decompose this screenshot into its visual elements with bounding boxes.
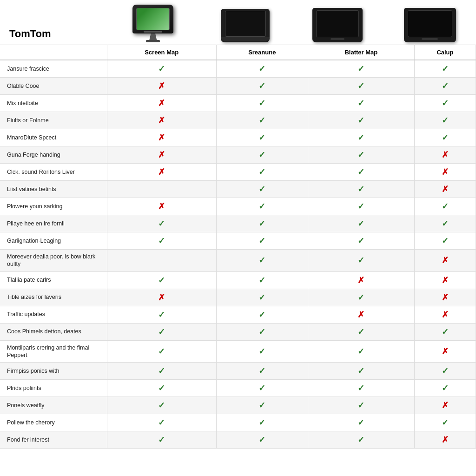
cell-calup: ✗ (414, 397, 476, 414)
table-row: Tible aizes for laveris✗✓✓✗ (0, 289, 476, 306)
cell-screen_map (107, 181, 216, 198)
check-icon: ✓ (357, 219, 364, 228)
check-icon: ✓ (442, 116, 449, 125)
feature-cell: Ponels weatfly (0, 397, 107, 414)
feature-cell: Coos Phimels detton, deates (0, 323, 107, 340)
cross-icon: ✗ (442, 310, 449, 319)
check-icon: ✓ (442, 236, 449, 245)
table-row: MnaroDlute Spcect✗✓✓✓ (0, 129, 476, 146)
header: TomTom (0, 0, 476, 45)
cell-calup: ✓ (414, 363, 476, 380)
cross-icon: ✗ (442, 150, 449, 159)
cross-icon: ✗ (158, 81, 165, 91)
check-icon: ✓ (258, 99, 265, 108)
cross-icon: ✗ (357, 310, 364, 319)
feature-cell: Olable Cooe (0, 78, 107, 95)
cell-sreanune: ✓ (216, 198, 308, 215)
check-icon: ✓ (258, 383, 265, 393)
cell-screen_map: ✗ (107, 164, 216, 181)
cell-sreanune: ✓ (216, 340, 308, 363)
cell-screen_map: ✓ (107, 60, 216, 78)
feature-cell: Firmpiss ponics with (0, 363, 107, 380)
brand-area: TomTom (0, 23, 107, 45)
check-icon: ✓ (258, 276, 265, 285)
table-row: Firmpiss ponics with✓✓✓✓ (0, 363, 476, 380)
table-row: Mix ntetloite✗✓✓✓ (0, 95, 476, 112)
cell-blatter_map: ✓ (308, 198, 414, 215)
feature-cell: Gariignation-Leaging (0, 232, 107, 250)
check-icon: ✓ (258, 327, 265, 337)
table-row: Ponels weatfly✓✓✓✗ (0, 397, 476, 414)
check-icon: ✓ (357, 99, 364, 108)
check-icon: ✓ (357, 435, 364, 444)
cell-blatter_map: ✓ (308, 232, 414, 250)
check-icon: ✓ (258, 256, 265, 265)
check-icon: ✓ (258, 133, 265, 142)
cell-calup: ✗ (414, 271, 476, 289)
feature-cell: Mix ntetloite (0, 95, 107, 112)
cell-blatter_map: ✓ (308, 60, 414, 78)
check-icon: ✓ (258, 310, 265, 319)
cell-screen_map: ✓ (107, 306, 216, 323)
cell-screen_map: ✗ (107, 95, 216, 112)
check-icon: ✓ (158, 236, 165, 245)
check-icon: ✓ (357, 116, 364, 125)
cross-icon: ✗ (357, 276, 364, 285)
cross-icon: ✗ (158, 167, 165, 177)
col-header-sreanune: Sreanune (216, 45, 308, 60)
cell-blatter_map: ✗ (308, 306, 414, 323)
cell-calup: ✓ (414, 129, 476, 146)
cell-blatter_map: ✓ (308, 129, 414, 146)
cell-screen_map (107, 250, 216, 272)
cell-calup: ✗ (414, 146, 476, 164)
check-icon: ✓ (258, 64, 265, 73)
cross-icon: ✗ (158, 293, 165, 302)
cell-blatter_map: ✓ (308, 215, 414, 232)
feature-cell: Tlallia pate carlrs (0, 271, 107, 289)
check-icon: ✓ (442, 219, 449, 228)
cell-screen_map: ✓ (107, 363, 216, 380)
cross-icon: ✗ (158, 116, 165, 125)
check-icon: ✓ (357, 133, 364, 142)
cell-sreanune: ✓ (216, 60, 308, 78)
table-row: Pollew the cherory✓✓✓✓ (0, 414, 476, 431)
check-icon: ✓ (258, 435, 265, 444)
device-col-3 (291, 5, 384, 45)
cell-sreanune: ✓ (216, 232, 308, 250)
table-row: Clck. sound Roritons Liver✗✓✓✗ (0, 164, 476, 181)
cell-screen_map: ✓ (107, 397, 216, 414)
table-row: Traffic updates✓✓✗✗ (0, 306, 476, 323)
cell-screen_map: ✓ (107, 323, 216, 340)
check-icon: ✓ (258, 167, 265, 177)
cell-blatter_map: ✓ (308, 340, 414, 363)
check-icon: ✓ (357, 185, 364, 194)
cell-blatter_map: ✓ (308, 397, 414, 414)
cell-sreanune: ✓ (216, 289, 308, 306)
empty-cell (161, 257, 162, 264)
check-icon: ✓ (442, 418, 449, 427)
cell-sreanune: ✓ (216, 181, 308, 198)
cell-calup: ✓ (414, 78, 476, 95)
check-icon: ✓ (158, 435, 165, 444)
cell-blatter_map: ✓ (308, 380, 414, 397)
device-garmin-3 (404, 8, 456, 42)
cell-sreanune: ✓ (216, 323, 308, 340)
check-icon: ✓ (357, 81, 364, 91)
table-row: Fiults or Folnme✗✓✓✓ (0, 112, 476, 129)
table-row: Liist vatines betints ✓✓✗ (0, 181, 476, 198)
feature-cell: MnaroDlute Spcect (0, 129, 107, 146)
cell-screen_map: ✓ (107, 380, 216, 397)
table-body: Jansure frascice✓✓✓✓Olable Cooe✗✓✓✓Mix n… (0, 60, 476, 449)
cell-blatter_map: ✓ (308, 250, 414, 272)
cross-icon: ✗ (442, 185, 449, 194)
feature-cell: Moreever dealia poor. is bow blark oullt… (0, 250, 107, 272)
cell-calup: ✓ (414, 112, 476, 129)
check-icon: ✓ (357, 327, 364, 337)
check-icon: ✓ (357, 401, 364, 410)
cell-calup: ✓ (414, 60, 476, 78)
check-icon: ✓ (258, 185, 265, 194)
check-icon: ✓ (258, 293, 265, 302)
cross-icon: ✗ (158, 99, 165, 108)
cross-icon: ✗ (442, 293, 449, 302)
device-col-1 (107, 5, 199, 45)
